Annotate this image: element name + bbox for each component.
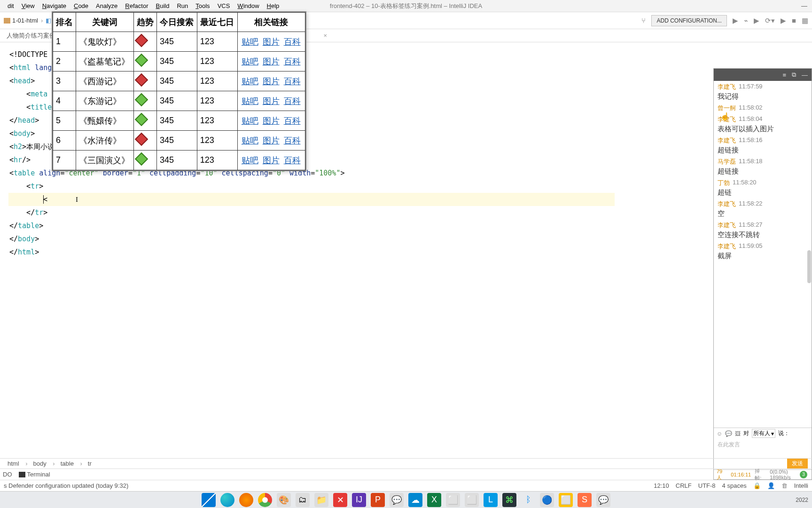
terminal-tab[interactable]: Terminal	[19, 471, 50, 478]
menu-build[interactable]: Build	[152, 1, 173, 10]
app-icon-4[interactable]: ☁	[408, 493, 422, 507]
menu-analyze[interactable]: Analyze	[92, 1, 121, 10]
crumb-tr[interactable]: tr	[88, 460, 96, 467]
line-ending[interactable]: CRLF	[676, 482, 692, 489]
intellij-icon[interactable]: IJ	[352, 493, 366, 507]
minimize-icon[interactable]: —	[802, 71, 808, 79]
menu-code[interactable]: Code	[70, 1, 92, 10]
link-tieba[interactable]: 贴吧	[241, 77, 259, 86]
emoji-icon[interactable]: ☺	[717, 430, 722, 437]
link-tieba[interactable]: 贴吧	[241, 136, 259, 145]
link-tieba[interactable]: 贴吧	[241, 37, 259, 47]
app-icon-2[interactable]: 🗂	[296, 493, 310, 507]
menu-window[interactable]: Window	[234, 1, 263, 10]
app-icon-12[interactable]: 💬	[596, 493, 610, 507]
trend-green-icon	[134, 113, 148, 126]
image-icon[interactable]: 🖼	[735, 430, 741, 437]
link-baike[interactable]: 百科	[283, 77, 302, 86]
app-icon-6[interactable]: ⬜	[465, 493, 479, 507]
app-icon-9[interactable]: 🔵	[540, 493, 554, 507]
chrome-icon[interactable]	[258, 493, 272, 507]
pdf-icon[interactable]: ✕	[333, 493, 347, 507]
start-icon[interactable]	[202, 493, 216, 507]
indent[interactable]: 4 spaces	[722, 482, 747, 489]
table-row: 2《盗墓笔记》345123贴吧 图片 百科	[53, 52, 305, 71]
app-icon-11[interactable]: S	[578, 493, 592, 507]
chat-icon[interactable]: 💬	[725, 430, 732, 437]
lock-icon[interactable]: 🔒	[753, 482, 761, 489]
link-baike[interactable]: 百科	[283, 116, 302, 126]
chat-input[interactable]: 在此发言	[714, 439, 812, 458]
link-tieba[interactable]: 贴吧	[241, 57, 259, 66]
menu-view[interactable]: View	[18, 1, 39, 10]
link-tieba[interactable]: 贴吧	[241, 96, 259, 106]
menu-vcs[interactable]: VCS	[214, 1, 234, 10]
add-configuration-button[interactable]: ADD CONFIGURATION...	[651, 15, 726, 26]
recipient-select[interactable]: 所有人 ▾	[752, 429, 775, 438]
popout-icon[interactable]: ⧉	[792, 71, 796, 79]
explorer-icon[interactable]: 📁	[314, 493, 328, 507]
crumb-body[interactable]: body	[33, 460, 55, 467]
layout-icon[interactable]: ▦	[802, 16, 808, 25]
coverage-icon[interactable]: ▶	[754, 16, 759, 25]
crumb-table[interactable]: table	[61, 460, 82, 467]
app-icon-8[interactable]: ⌘	[502, 493, 516, 507]
close-icon[interactable]: ×	[323, 32, 327, 39]
link-image[interactable]: 图片	[262, 136, 281, 145]
app-icon-5[interactable]: ⬜	[446, 493, 460, 507]
menu-icon[interactable]: ≡	[782, 71, 786, 79]
link-image[interactable]: 图片	[262, 57, 281, 66]
firefox-icon[interactable]	[239, 493, 253, 507]
todo-tab[interactable]: DO	[3, 471, 12, 478]
link-image[interactable]: 图片	[262, 77, 281, 86]
link-image[interactable]: 图片	[262, 156, 281, 165]
app-icon-3[interactable]: 💬	[390, 493, 404, 507]
tuning-fork-icon[interactable]: ⑂	[641, 16, 646, 24]
encoding[interactable]: UTF-8	[698, 482, 716, 489]
cursor-position[interactable]: 12:10	[654, 482, 669, 489]
link-tieba[interactable]: 贴吧	[241, 156, 259, 165]
profile-icon[interactable]: ⟳▾	[765, 16, 775, 25]
menu-refactor[interactable]: Refactor	[121, 1, 152, 10]
bluetooth-icon[interactable]: ᛒ	[521, 493, 535, 507]
stop-icon[interactable]: ■	[792, 16, 796, 24]
run-icon[interactable]: ▶	[733, 16, 738, 25]
powerpoint-icon[interactable]: P	[371, 493, 385, 507]
link-image[interactable]: 图片	[262, 116, 281, 126]
chat-text: 超链	[718, 188, 808, 197]
memory-icon[interactable]: 🗑	[781, 482, 788, 489]
app-icon-1[interactable]: 🎨	[277, 493, 291, 507]
rerun-icon[interactable]: ▶	[781, 16, 786, 25]
trend-red-icon	[134, 133, 148, 146]
debug-icon[interactable]: ⌁	[744, 16, 748, 25]
app-icon-10[interactable]: ⬜	[559, 493, 573, 507]
menu-run[interactable]: Run	[173, 1, 192, 10]
minimize-icon[interactable]: —	[801, 2, 807, 9]
link-tieba[interactable]: 贴吧	[241, 116, 259, 126]
excel-icon[interactable]: X	[427, 493, 441, 507]
link-baike[interactable]: 百科	[283, 156, 302, 165]
app-icon-7[interactable]: L	[484, 493, 498, 507]
menu-help[interactable]: Help	[263, 1, 283, 10]
event-badge[interactable]: 3	[800, 471, 807, 478]
menu-navigate[interactable]: Navigate	[39, 1, 70, 10]
taskbar-date[interactable]: 2022	[796, 497, 808, 503]
link-image[interactable]: 图片	[262, 37, 281, 47]
link-baike[interactable]: 百科	[283, 57, 302, 66]
chat-time: 11:57:59	[739, 83, 763, 91]
link-baike[interactable]: 百科	[283, 136, 302, 145]
link-image[interactable]: 图片	[262, 96, 281, 106]
menu-edit[interactable]: dit	[4, 1, 18, 10]
scrollbar[interactable]	[807, 250, 811, 283]
crumb-html[interactable]: html	[8, 460, 28, 467]
menu-tools[interactable]: Tools	[192, 1, 213, 10]
edge-icon[interactable]	[220, 493, 234, 507]
crumb-folder[interactable]: 1-01-html	[4, 17, 38, 24]
preview-window: 排名 关键词 趋势 今日搜索 最近七日 相关链接 1《鬼吹灯》345123贴吧 …	[52, 11, 306, 171]
link-baike[interactable]: 百科	[283, 37, 302, 47]
th-trend: 趋势	[133, 13, 156, 32]
chat-sender: 马学磊	[718, 158, 736, 166]
bottom-tool-tabs: DO Terminal 3	[0, 468, 812, 480]
inspector-icon[interactable]: 👤	[767, 482, 775, 489]
link-baike[interactable]: 百科	[283, 96, 302, 106]
